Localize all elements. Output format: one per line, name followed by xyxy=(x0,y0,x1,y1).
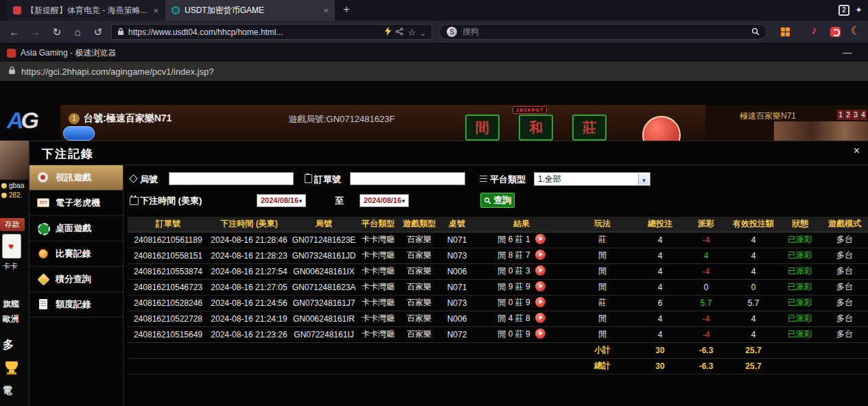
back-button[interactable]: ← xyxy=(7,21,22,43)
replay-button[interactable] xyxy=(535,297,546,307)
list-icon xyxy=(479,174,488,183)
shoe-number[interactable]: 3 xyxy=(852,110,859,120)
deposit-button[interactable]: 存款 xyxy=(0,218,25,231)
menu-item-table-games[interactable]: 桌面遊戲 xyxy=(30,216,123,241)
menu-item-label: 電子老虎機 xyxy=(56,197,100,209)
table-row: 2408162105467232024-08-16 21:27:05GN0712… xyxy=(128,279,868,295)
query-button[interactable]: 查詢 xyxy=(480,193,515,208)
order-number-input[interactable] xyxy=(350,172,465,185)
lobby-tab-electronic[interactable]: 電 xyxy=(3,385,12,397)
trophy-icon[interactable] xyxy=(5,361,18,370)
lobby-tab-kaka[interactable]: 卡卡 xyxy=(3,261,18,272)
shoe-number-tiles[interactable]: 1 2 3 4 xyxy=(837,110,867,120)
platform-type-select[interactable]: 1.全部 xyxy=(534,172,650,186)
menu-item-credit-records[interactable]: 額度記錄 xyxy=(30,292,123,318)
replay-button[interactable] xyxy=(535,250,546,260)
shoe-number[interactable]: 1 xyxy=(837,110,844,120)
status-badge: 已派彩 xyxy=(779,326,821,342)
clipboard-icon xyxy=(303,174,312,182)
lobby-tab-multi[interactable]: 多 xyxy=(3,338,14,353)
bet-tile-jian[interactable]: 間 xyxy=(465,115,500,141)
total-bet: 4 xyxy=(635,326,685,342)
lobby-left-strip: gbaa 282. 存款 卡卡 旗艦 歐洲 多 電 xyxy=(0,141,29,406)
close-icon[interactable]: × xyxy=(854,145,860,157)
replay-button[interactable] xyxy=(535,329,546,339)
frame-url-bar[interactable]: https://gci.2hhapi.com/agingame/pcv1/ind… xyxy=(0,62,868,81)
refresh-button[interactable]: ↻ xyxy=(49,21,64,43)
forward-button[interactable]: → xyxy=(27,21,43,43)
play-type: 閒 xyxy=(570,311,635,326)
menu-item-points-query[interactable]: 積分查詢 xyxy=(30,267,123,292)
browser-tab-sports[interactable]: 【新提醒】体育电竞 - 海燕策略... × xyxy=(7,0,165,21)
lock-icon xyxy=(8,65,16,77)
total-row: 總計 30 -6.3 25.7 xyxy=(128,358,868,374)
payout: 0 xyxy=(685,279,727,295)
menu-item-label: 視訊遊戲 xyxy=(56,171,91,184)
column-header: 桌號 xyxy=(441,217,473,232)
menu-item-video-games[interactable]: 視訊遊戲 xyxy=(30,165,123,191)
records-table: 訂單號下注時間 (美東)局號平台類型遊戲類型桌號結果玩法總投注派彩有效投注額狀態… xyxy=(128,217,868,374)
order-id: 240816210528246 xyxy=(128,295,209,311)
platform: 卡卡灣廳 xyxy=(358,232,398,248)
result-text: 閒 0 莊 9 xyxy=(497,298,530,307)
round-id: GN0712481623E xyxy=(290,232,358,248)
tab-close-icon[interactable]: × xyxy=(153,5,159,16)
chevron-down-icon[interactable] xyxy=(420,26,426,38)
order-id: 240816210553874 xyxy=(128,263,209,279)
search-icon[interactable] xyxy=(751,26,760,38)
search-placeholder: 搜狗 xyxy=(462,26,746,38)
app-grid-icon[interactable] xyxy=(781,27,790,36)
browser-tab-usdt-game[interactable]: USDT加密货币GAME × xyxy=(165,0,335,21)
tab-count-badge[interactable]: 2 xyxy=(838,5,849,16)
subtotal-bet: 30 xyxy=(635,342,685,358)
date-from-picker[interactable]: 2024/08/16 xyxy=(257,194,306,207)
search-bar[interactable]: S 搜狗 xyxy=(439,24,767,40)
history-button[interactable]: ↺ xyxy=(91,21,106,43)
red-app-icon[interactable] xyxy=(830,27,841,37)
game-right-panel: 極速百家樂N71 1 2 3 4 xyxy=(705,105,868,141)
result-cell: 閒 0 莊 9 xyxy=(473,295,570,311)
replay-button[interactable] xyxy=(535,234,546,244)
browser-theme-icon[interactable]: ✦ xyxy=(855,5,863,15)
avatar xyxy=(0,141,29,180)
select-arrow-icon[interactable] xyxy=(638,174,649,184)
address-bar[interactable]: https://www.usdt04.com/hhcp/home.html... xyxy=(111,24,432,40)
player-bet-button[interactable] xyxy=(63,126,95,141)
date-to-picker[interactable]: 2024/08/16 xyxy=(360,194,409,207)
new-tab-button[interactable]: + xyxy=(343,3,350,16)
lightning-icon[interactable] xyxy=(385,26,391,38)
status-badge: 已派彩 xyxy=(779,232,821,248)
game-mode: 多台 xyxy=(821,263,868,279)
game-type: 百家樂 xyxy=(398,279,441,295)
menu-item-match-records[interactable]: 比賽記錄 xyxy=(30,241,123,267)
music-icon[interactable] xyxy=(811,24,817,36)
home-button[interactable]: ⌂ xyxy=(70,21,85,43)
result-text: 閒 6 莊 1 xyxy=(497,235,530,244)
round-id: GN073248161J7 xyxy=(290,295,358,311)
share-icon[interactable] xyxy=(395,26,403,38)
replay-button[interactable] xyxy=(535,313,546,323)
result-cell: 閒 8 莊 7 xyxy=(473,248,570,263)
replay-button[interactable] xyxy=(535,281,546,291)
shoe-number[interactable]: 4 xyxy=(860,110,867,120)
play-type: 閒 xyxy=(570,326,635,342)
order-id: 240816210561189 xyxy=(128,232,209,248)
round-number-input[interactable] xyxy=(169,172,294,185)
lobby-tab-europe[interactable]: 歐洲 xyxy=(3,313,19,325)
tab-close-icon[interactable]: × xyxy=(323,5,329,16)
column-header: 局號 xyxy=(290,217,358,232)
shoe-number[interactable]: 2 xyxy=(845,110,852,120)
play-type: 莊 xyxy=(570,232,635,248)
total-label: 總計 xyxy=(570,358,635,374)
bet-tile-zhuang[interactable]: 莊 xyxy=(572,115,607,141)
bet-tile-he[interactable]: 和 xyxy=(519,115,553,141)
bookmark-star-icon[interactable] xyxy=(408,26,416,38)
minimize-button[interactable]: — xyxy=(843,44,852,61)
modal-menu: 視訊遊戲 777 電子老虎機 桌面遊戲 比賽記錄 積分查詢 額度記錄 xyxy=(30,165,124,406)
game-status-circle xyxy=(642,116,681,141)
replay-button[interactable] xyxy=(535,265,546,276)
right-panel-title: 極速百家樂N71 xyxy=(740,110,796,122)
menu-item-slot-machines[interactable]: 777 電子老虎機 xyxy=(30,191,123,216)
lobby-tab-flagship[interactable]: 旗艦 xyxy=(3,298,19,310)
night-mode-icon[interactable] xyxy=(851,24,860,37)
